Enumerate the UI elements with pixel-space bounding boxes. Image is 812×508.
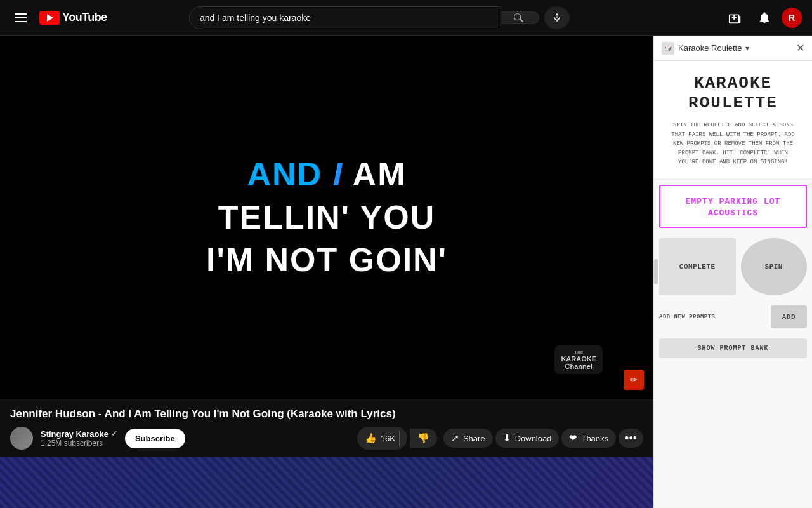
watermark-karaoke-text: KARAOKE <box>561 355 596 363</box>
share-icon: ↗ <box>451 432 459 444</box>
extension-icon: 🎲 <box>662 42 674 55</box>
channel-avatar <box>10 427 33 450</box>
lyrics-and: AND <box>247 156 333 192</box>
kr-prompt-text: EMPTY PARKING LOT ACOUSTICS <box>686 197 781 218</box>
search-area <box>189 6 570 29</box>
search-button[interactable] <box>501 11 539 24</box>
side-panel-body: KARAOKE ROULETTE SPIN THE ROULETTE AND S… <box>654 61 812 508</box>
thumbnail-strip <box>0 457 653 508</box>
channel-info: Stingray Karaoke ✓ 1.25M subscribers <box>41 429 117 448</box>
kr-logo-title: KARAOKE ROULETTE <box>667 74 799 113</box>
watermark-channel-text: Channel <box>565 363 592 370</box>
kr-prompt-section: EMPTY PARKING LOT ACOUSTICS <box>659 185 807 228</box>
video-info-bar: Jennifer Hudson - And I Am Telling You I… <box>0 399 653 457</box>
side-panel-close-button[interactable]: ✕ <box>796 42 804 54</box>
kr-complete-button[interactable]: COMPLETE <box>659 238 736 295</box>
lyrics-line-3: I'M NOT GOIN' <box>206 239 447 282</box>
watermark-top-text: The <box>574 349 583 355</box>
karaoke-watermark: The KARAOKE Channel <box>554 345 603 374</box>
lyrics-i: I <box>333 156 343 192</box>
hamburger-menu-button[interactable] <box>10 8 32 27</box>
bell-icon <box>757 11 771 25</box>
video-section: AND I AM TELLIN' YOU I'M NOT GOIN' The K… <box>0 36 653 508</box>
user-avatar[interactable]: R <box>782 8 802 28</box>
kr-logo-description: SPIN THE ROULETTE AND SELECT A SONG THAT… <box>667 121 799 166</box>
kr-spin-button[interactable]: SPIN <box>741 238 808 295</box>
video-meta: Stingray Karaoke ✓ 1.25M subscribers Sub… <box>10 427 643 457</box>
main-content: AND I AM TELLIN' YOU I'M NOT GOIN' The K… <box>0 36 812 508</box>
download-icon: ⬇ <box>503 432 511 444</box>
share-button[interactable]: ↗ Share <box>443 429 493 448</box>
like-button[interactable]: 👍 16K <box>357 427 407 450</box>
search-box <box>189 6 501 29</box>
side-panel-title-area: 🎲 Karaoke Roulette ▾ <box>662 42 749 55</box>
thumbnail-image <box>0 457 653 508</box>
more-icon: ••• <box>625 432 637 444</box>
channel-name: Stingray Karaoke ✓ <box>41 429 117 439</box>
header-right: R <box>723 6 802 30</box>
create-icon <box>728 11 742 25</box>
kr-add-section: ADD NEW PROMPTS ADD <box>654 300 812 333</box>
side-panel-title: Karaoke Roulette <box>678 43 742 53</box>
video-title: Jennifer Hudson - And I Am Telling You I… <box>10 408 643 420</box>
kr-add-label: ADD NEW PROMPTS <box>659 305 766 328</box>
thanks-icon: ❤ <box>569 432 577 444</box>
youtube-logo-text: YouTube <box>62 11 107 24</box>
side-panel: 🎲 Karaoke Roulette ▾ ✕ KARAOKE ROULETTE … <box>653 36 812 508</box>
annotation-icon <box>624 370 644 390</box>
kr-add-button[interactable]: ADD <box>771 305 807 328</box>
side-panel-chevron-icon[interactable]: ▾ <box>745 44 749 53</box>
video-actions: 👍 16K 👎 ↗ Share ⬇ Downl <box>357 427 643 450</box>
panel-resize-handle[interactable] <box>654 259 658 284</box>
notifications-button[interactable] <box>752 6 776 30</box>
download-button[interactable]: ⬇ Download <box>495 429 560 448</box>
kr-show-prompt-bank-button[interactable]: SHOW PROMPT BANK <box>659 338 807 358</box>
lyrics-rest: AM <box>343 156 406 192</box>
youtube-header: YouTube R <box>0 0 812 36</box>
dislike-icon: 👎 <box>417 432 429 443</box>
video-lyrics: AND I AM TELLIN' YOU I'M NOT GOIN' <box>206 153 447 282</box>
voice-search-button[interactable] <box>544 6 570 29</box>
subscriber-count: 1.25M subscribers <box>41 439 117 448</box>
dislike-button[interactable]: 👎 <box>410 429 437 448</box>
youtube-logo[interactable]: YouTube <box>39 11 107 25</box>
video-player[interactable]: AND I AM TELLIN' YOU I'M NOT GOIN' The K… <box>0 36 653 399</box>
youtube-logo-icon <box>39 11 60 25</box>
verified-icon: ✓ <box>111 429 117 438</box>
kr-buttons-section: COMPLETE SPIN <box>654 233 812 300</box>
thanks-button[interactable]: ❤ Thanks <box>561 429 616 448</box>
like-divider <box>399 431 400 446</box>
create-button[interactable] <box>723 6 747 30</box>
lyrics-line-1: AND I AM <box>206 153 447 196</box>
subscribe-button[interactable]: Subscribe <box>125 429 185 448</box>
like-icon: 👍 <box>365 432 377 444</box>
search-icon <box>514 12 525 23</box>
side-panel-header: 🎲 Karaoke Roulette ▾ ✕ <box>654 36 812 61</box>
microphone-icon <box>552 13 562 23</box>
more-actions-button[interactable]: ••• <box>619 429 643 448</box>
header-left: YouTube <box>10 8 107 27</box>
search-input[interactable] <box>190 7 501 29</box>
lyrics-line-2: TELLIN' YOU <box>206 196 447 239</box>
kr-logo-section: KARAOKE ROULETTE SPIN THE ROULETTE AND S… <box>654 61 812 180</box>
